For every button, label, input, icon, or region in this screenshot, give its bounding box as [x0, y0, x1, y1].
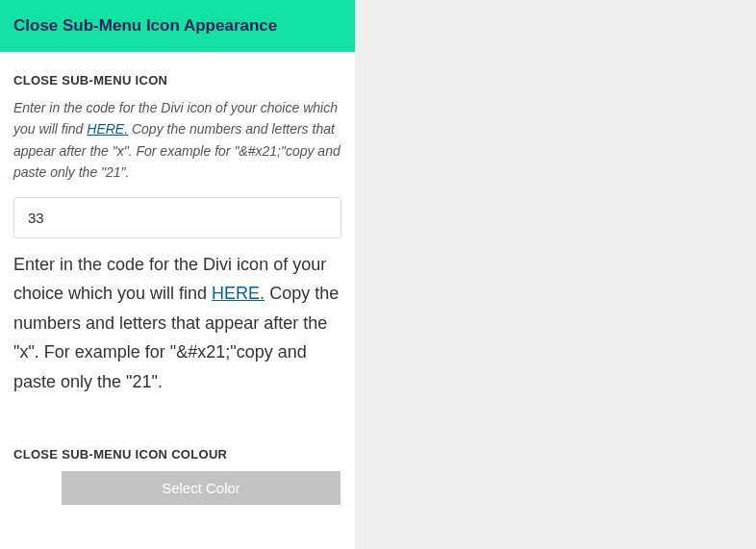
big-help-link[interactable]: HERE. [212, 284, 265, 303]
panel-header: Close Sub-Menu Icon Appearance [0, 0, 355, 52]
select-color-button[interactable]: Select Color [62, 471, 340, 505]
icon-code-input[interactable] [13, 197, 341, 238]
icon-help-large: Enter in the code for the Divi icon of y… [13, 250, 341, 397]
color-field-label: CLOSE SUB-MENU ICON COLOUR [13, 447, 341, 462]
settings-panel: Close Sub-Menu Icon Appearance CLOSE SUB… [0, 0, 355, 549]
icon-field-label: CLOSE SUB-MENU ICON [13, 73, 341, 87]
icon-help-link[interactable]: HERE. [87, 121, 128, 137]
icon-field-help: Enter in the code for the Divi icon of y… [13, 97, 341, 184]
panel-body: CLOSE SUB-MENU ICON Enter in the code fo… [0, 52, 355, 505]
panel-title: Close Sub-Menu Icon Appearance [13, 16, 277, 35]
